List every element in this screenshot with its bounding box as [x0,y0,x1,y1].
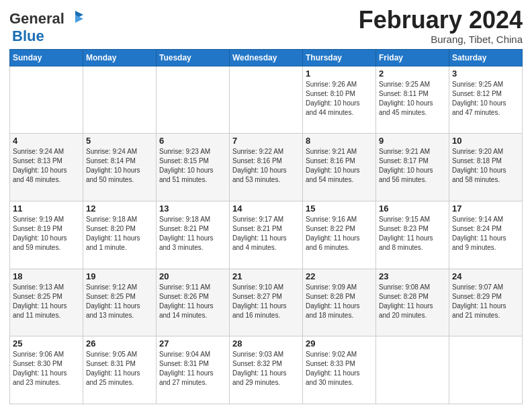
calendar-cell: 17Sunrise: 9:14 AM Sunset: 8:24 PM Dayli… [449,201,523,269]
day-number: 21 [232,271,300,281]
calendar-cell: 12Sunrise: 9:18 AM Sunset: 8:20 PM Dayli… [83,201,157,269]
day-info: Sunrise: 9:14 AM Sunset: 8:24 PM Dayligh… [452,215,519,253]
day-info: Sunrise: 9:25 AM Sunset: 8:12 PM Dayligh… [452,80,519,118]
calendar-cell: 28Sunrise: 9:03 AM Sunset: 8:32 PM Dayli… [230,336,303,404]
day-number: 24 [452,271,519,281]
day-number: 13 [159,203,226,214]
calendar-cell: 29Sunrise: 9:02 AM Sunset: 8:33 PM Dayli… [303,336,376,404]
day-number: 7 [232,136,300,146]
calendar-cell: 13Sunrise: 9:18 AM Sunset: 8:21 PM Dayli… [157,201,230,269]
calendar-week-2: 4Sunrise: 9:24 AM Sunset: 8:13 PM Daylig… [10,134,523,201]
calendar-cell: 24Sunrise: 9:07 AM Sunset: 8:29 PM Dayli… [449,269,523,336]
header-tuesday: Tuesday [157,49,230,66]
logo: General Blue [9,9,85,44]
day-info: Sunrise: 9:25 AM Sunset: 8:11 PM Dayligh… [379,80,446,118]
calendar-cell: 23Sunrise: 9:08 AM Sunset: 8:28 PM Dayli… [376,269,449,336]
day-number: 25 [13,338,80,349]
day-number: 10 [452,136,519,146]
header-friday: Friday [376,49,449,66]
calendar-cell: 10Sunrise: 9:20 AM Sunset: 8:18 PM Dayli… [449,134,523,201]
calendar-cell [10,66,83,134]
logo-general: General [9,11,64,27]
day-number: 27 [159,338,226,349]
calendar-cell [83,66,157,134]
day-info: Sunrise: 9:05 AM Sunset: 8:31 PM Dayligh… [86,350,153,387]
day-info: Sunrise: 9:17 AM Sunset: 8:21 PM Dayligh… [232,215,300,253]
page: General Blue February 2024 Burang, Tibet… [0,0,532,411]
calendar-cell: 6Sunrise: 9:23 AM Sunset: 8:15 PM Daylig… [157,134,230,201]
day-info: Sunrise: 9:10 AM Sunset: 8:27 PM Dayligh… [232,283,300,320]
day-number: 2 [379,68,446,79]
title-block: February 2024 Burang, Tibet, China [359,7,523,45]
calendar-cell [230,66,303,134]
day-info: Sunrise: 9:13 AM Sunset: 8:25 PM Dayligh… [13,283,80,320]
calendar-cell: 20Sunrise: 9:11 AM Sunset: 8:26 PM Dayli… [157,269,230,336]
day-number: 26 [86,338,153,349]
calendar-cell: 4Sunrise: 9:24 AM Sunset: 8:13 PM Daylig… [10,134,83,201]
header: General Blue February 2024 Burang, Tibet… [9,7,523,45]
day-info: Sunrise: 9:04 AM Sunset: 8:31 PM Dayligh… [159,350,226,387]
day-number: 4 [13,136,80,146]
calendar-cell: 19Sunrise: 9:12 AM Sunset: 8:25 PM Dayli… [83,269,157,336]
calendar-cell: 14Sunrise: 9:17 AM Sunset: 8:21 PM Dayli… [230,201,303,269]
day-info: Sunrise: 9:26 AM Sunset: 8:10 PM Dayligh… [306,80,373,118]
day-info: Sunrise: 9:16 AM Sunset: 8:22 PM Dayligh… [306,215,373,253]
day-number: 29 [306,338,373,349]
day-info: Sunrise: 9:18 AM Sunset: 8:20 PM Dayligh… [86,215,153,253]
calendar-week-3: 11Sunrise: 9:19 AM Sunset: 8:19 PM Dayli… [10,201,523,269]
day-info: Sunrise: 9:21 AM Sunset: 8:16 PM Dayligh… [306,147,373,185]
day-number: 11 [13,203,80,214]
calendar-table: Sunday Monday Tuesday Wednesday Thursday… [9,49,523,404]
calendar-cell: 16Sunrise: 9:15 AM Sunset: 8:23 PM Dayli… [376,201,449,269]
day-number: 3 [452,68,519,79]
day-number: 1 [306,68,373,79]
day-info: Sunrise: 9:12 AM Sunset: 8:25 PM Dayligh… [86,283,153,320]
calendar-week-4: 18Sunrise: 9:13 AM Sunset: 8:25 PM Dayli… [10,269,523,336]
calendar-week-1: 1Sunrise: 9:26 AM Sunset: 8:10 PM Daylig… [10,66,523,134]
calendar-cell: 3Sunrise: 9:25 AM Sunset: 8:12 PM Daylig… [449,66,523,134]
calendar-title: February 2024 [359,7,523,34]
calendar-cell: 22Sunrise: 9:09 AM Sunset: 8:28 PM Dayli… [303,269,376,336]
day-number: 14 [232,203,300,214]
calendar-cell: 21Sunrise: 9:10 AM Sunset: 8:27 PM Dayli… [230,269,303,336]
day-number: 18 [13,271,80,281]
day-info: Sunrise: 9:22 AM Sunset: 8:16 PM Dayligh… [232,147,300,185]
header-monday: Monday [83,49,157,66]
day-number: 12 [86,203,153,214]
day-info: Sunrise: 9:08 AM Sunset: 8:28 PM Dayligh… [379,283,446,320]
day-info: Sunrise: 9:06 AM Sunset: 8:30 PM Dayligh… [13,350,80,387]
day-number: 19 [86,271,153,281]
day-number: 6 [159,136,226,146]
calendar-cell: 7Sunrise: 9:22 AM Sunset: 8:16 PM Daylig… [230,134,303,201]
day-info: Sunrise: 9:20 AM Sunset: 8:18 PM Dayligh… [452,147,519,185]
day-info: Sunrise: 9:03 AM Sunset: 8:32 PM Dayligh… [232,350,300,387]
logo-flag-icon [66,9,85,28]
calendar-cell: 18Sunrise: 9:13 AM Sunset: 8:25 PM Dayli… [10,269,83,336]
day-info: Sunrise: 9:02 AM Sunset: 8:33 PM Dayligh… [306,350,373,387]
calendar-cell: 11Sunrise: 9:19 AM Sunset: 8:19 PM Dayli… [10,201,83,269]
day-info: Sunrise: 9:11 AM Sunset: 8:26 PM Dayligh… [159,283,226,320]
day-info: Sunrise: 9:21 AM Sunset: 8:17 PM Dayligh… [379,147,446,185]
calendar-cell: 5Sunrise: 9:24 AM Sunset: 8:14 PM Daylig… [83,134,157,201]
calendar-cell: 25Sunrise: 9:06 AM Sunset: 8:30 PM Dayli… [10,336,83,404]
header-saturday: Saturday [449,49,523,66]
day-number: 28 [232,338,300,349]
day-info: Sunrise: 9:24 AM Sunset: 8:14 PM Dayligh… [86,147,153,185]
day-info: Sunrise: 9:09 AM Sunset: 8:28 PM Dayligh… [306,283,373,320]
day-info: Sunrise: 9:18 AM Sunset: 8:21 PM Dayligh… [159,215,226,253]
day-number: 15 [306,203,373,214]
header-thursday: Thursday [303,49,376,66]
calendar-cell: 15Sunrise: 9:16 AM Sunset: 8:22 PM Dayli… [303,201,376,269]
calendar-cell: 27Sunrise: 9:04 AM Sunset: 8:31 PM Dayli… [157,336,230,404]
day-number: 9 [379,136,446,146]
logo-blue: Blue [12,28,44,44]
weekday-header-row: Sunday Monday Tuesday Wednesday Thursday… [10,49,523,66]
day-info: Sunrise: 9:23 AM Sunset: 8:15 PM Dayligh… [159,147,226,185]
calendar-cell: 2Sunrise: 9:25 AM Sunset: 8:11 PM Daylig… [376,66,449,134]
day-number: 20 [159,271,226,281]
calendar-cell [449,336,523,404]
day-number: 5 [86,136,153,146]
header-sunday: Sunday [10,49,83,66]
calendar-cell: 26Sunrise: 9:05 AM Sunset: 8:31 PM Dayli… [83,336,157,404]
calendar-location: Burang, Tibet, China [359,34,523,45]
